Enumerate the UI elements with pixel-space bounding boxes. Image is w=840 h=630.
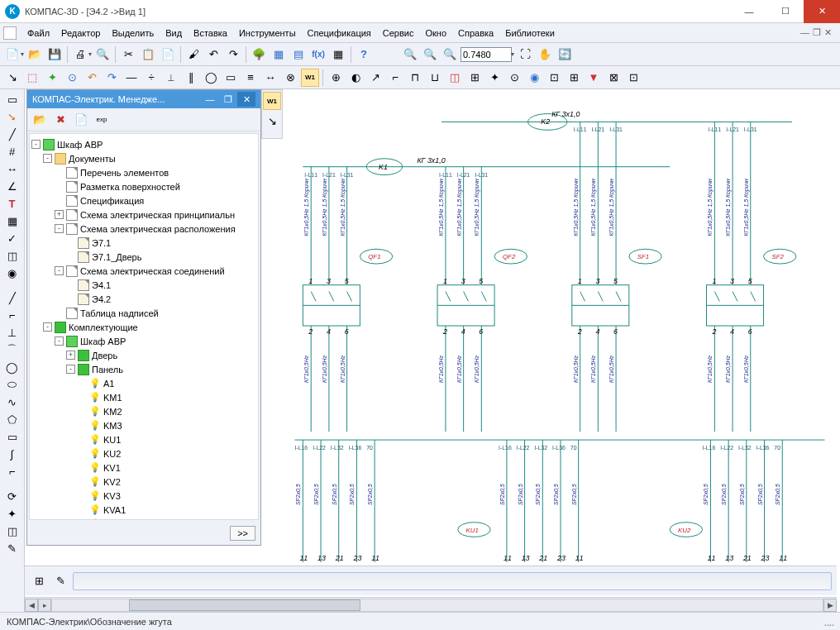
tree-node[interactable]: 💡A1	[31, 376, 256, 390]
menu-help[interactable]: Справка	[452, 26, 499, 41]
tb2-btn-27[interactable]: ◉	[525, 69, 543, 87]
tb2-btn-21[interactable]: ⊓	[406, 69, 424, 87]
zoom-window-button[interactable]: 🔍	[401, 45, 419, 64]
fit-button[interactable]: ⛶	[516, 45, 534, 64]
mdi-close-button[interactable]: ✕	[824, 27, 832, 38]
help-button[interactable]: ?	[355, 45, 373, 64]
new-doc-button[interactable]: 📄	[3, 45, 21, 64]
lt-arrow[interactable]: ➘	[2, 108, 22, 125]
grid-button[interactable]: ▦	[329, 45, 347, 64]
scroll-right-button[interactable]: ▶	[823, 599, 837, 612]
tree-toggle[interactable]: -	[43, 322, 52, 332]
cmd-btn-2[interactable]: ✎	[51, 572, 69, 590]
tb2-btn-24[interactable]: ⊞	[465, 69, 484, 87]
lt-tool3[interactable]: ◫	[2, 523, 22, 539]
zoom-in-button[interactable]: 🔍	[421, 45, 439, 64]
command-input[interactable]	[73, 572, 832, 590]
tree-toggle[interactable]: +	[66, 351, 75, 360]
tb2-btn-12[interactable]: ▭	[222, 69, 240, 87]
lt-text[interactable]: T	[2, 195, 22, 212]
lt-poly[interactable]: ⬠	[2, 411, 22, 427]
tree-node[interactable]: Разметка поверхностей	[31, 179, 256, 193]
lt-draw3[interactable]: ⊥	[2, 324, 22, 341]
cut-button[interactable]: ✂	[119, 45, 137, 64]
lt-tool1[interactable]: ⟳	[2, 488, 22, 504]
lt-angle[interactable]: ∠	[2, 178, 22, 194]
menu-view[interactable]: Вид	[160, 26, 188, 41]
mdi-min-button[interactable]: —	[800, 27, 809, 38]
tree-toggle[interactable]: +	[55, 210, 64, 219]
undo-button[interactable]: ↶	[204, 45, 222, 64]
tree-node[interactable]: 💡KVA1	[31, 503, 256, 517]
lt-ellipse[interactable]: ⬭	[2, 376, 22, 393]
tree-node[interactable]: 💡KV3	[31, 489, 256, 503]
rs-btn-2[interactable]: ↘	[263, 112, 281, 130]
tree-node[interactable]: 💡KM1	[31, 390, 256, 404]
rs-btn-1[interactable]: W1	[263, 92, 281, 110]
tree-node[interactable]: Э7.1_Дверь	[31, 250, 256, 264]
tb2-btn-7[interactable]: —	[122, 69, 141, 87]
menu-spec[interactable]: Спецификация	[302, 26, 377, 41]
lt-draw2[interactable]: ⌐	[2, 307, 22, 323]
tree-node[interactable]: 💡KM3	[31, 418, 256, 432]
tree-toggle[interactable]: -	[43, 154, 52, 163]
tb2-btn-10[interactable]: ‖	[182, 69, 200, 87]
tb2-btn-6[interactable]: ↷	[103, 69, 121, 87]
resize-grip[interactable]: ⣀⣀	[823, 616, 833, 627]
tb2-btn-2[interactable]: ⬚	[23, 69, 41, 87]
panel-min-button[interactable]: —	[201, 92, 219, 107]
copy-button[interactable]: 📋	[139, 45, 157, 64]
tree-toggle[interactable]: -	[31, 140, 41, 149]
panel-restore-button[interactable]: ❐	[219, 92, 237, 107]
tree-node[interactable]: -Схема электрическая расположения	[31, 222, 256, 236]
lt-curve[interactable]: ∫	[2, 446, 22, 462]
scroll-split-button[interactable]: ▸	[38, 599, 51, 612]
tb2-btn-32[interactable]: ⊡	[624, 69, 642, 87]
tb2-btn-26[interactable]: ⊙	[505, 69, 523, 87]
lt-grid[interactable]: #	[2, 143, 22, 160]
lt-tool4[interactable]: ✎	[2, 540, 22, 556]
tb2-btn-20[interactable]: ⌐	[386, 69, 404, 87]
tb2-btn-19[interactable]: ↗	[366, 69, 384, 87]
menu-editor[interactable]: Редактор	[55, 26, 106, 41]
menu-insert[interactable]: Вставка	[188, 26, 233, 41]
preview-button[interactable]: 🔍	[93, 45, 112, 64]
zoom-input[interactable]	[461, 47, 512, 62]
menu-file[interactable]: Файл	[21, 26, 55, 41]
tree-node[interactable]: +Схема электрическая принципиальн	[31, 208, 256, 222]
tb2-btn-18[interactable]: ◐	[346, 69, 365, 87]
panel-titlebar[interactable]: КОМПАС-Электрик. Менедже... — ❐ ✕	[27, 90, 260, 108]
lt-spline[interactable]: ∿	[2, 394, 22, 410]
paste-button[interactable]: 📄	[159, 45, 177, 64]
tree-node[interactable]: 💡KV2	[31, 475, 256, 489]
tree-node[interactable]: -Шкаф АВР	[31, 334, 256, 348]
props-button[interactable]: ▤	[289, 45, 308, 64]
tree-node[interactable]: Э4.2	[31, 292, 256, 306]
tb2-btn-1[interactable]: ↘	[3, 69, 21, 87]
tree-node[interactable]: Э4.1	[31, 278, 256, 292]
h-scrollbar[interactable]: ◀ ▸ ▶	[25, 597, 837, 612]
window-close-button[interactable]: ✕	[804, 0, 840, 23]
lt-rect[interactable]: ▭	[2, 428, 22, 445]
tree-node[interactable]: 💡KV1	[31, 461, 256, 475]
panel-close-button[interactable]: ✕	[237, 92, 255, 107]
open-button[interactable]: 📂	[26, 45, 44, 64]
layers-button[interactable]: ▦	[270, 45, 288, 64]
tb2-btn-29[interactable]: ⊞	[565, 69, 583, 87]
fx-button[interactable]: f(x)	[309, 45, 327, 64]
lt-check[interactable]: ✓	[2, 230, 22, 246]
tree-node[interactable]: -Схема электрическая соединений	[31, 264, 256, 278]
lt-misc1[interactable]: ◫	[2, 247, 22, 264]
tb2-btn-11[interactable]: ◯	[202, 69, 220, 87]
panel-more-button[interactable]: >>	[230, 526, 255, 541]
scroll-left-button[interactable]: ◀	[25, 599, 38, 612]
tree-node[interactable]: Спецификация	[31, 193, 256, 208]
pan-button[interactable]: ✋	[536, 45, 554, 64]
tree-node[interactable]: -Документы	[31, 151, 256, 165]
mdi-restore-button[interactable]: ❐	[813, 27, 821, 38]
tree-button[interactable]: 🌳	[250, 45, 268, 64]
lt-circle[interactable]: ◯	[2, 359, 22, 375]
tree-toggle[interactable]: -	[55, 266, 64, 275]
tree-node[interactable]: -Комплектующие	[31, 320, 256, 334]
tb2-btn-22[interactable]: ⊔	[426, 69, 444, 87]
